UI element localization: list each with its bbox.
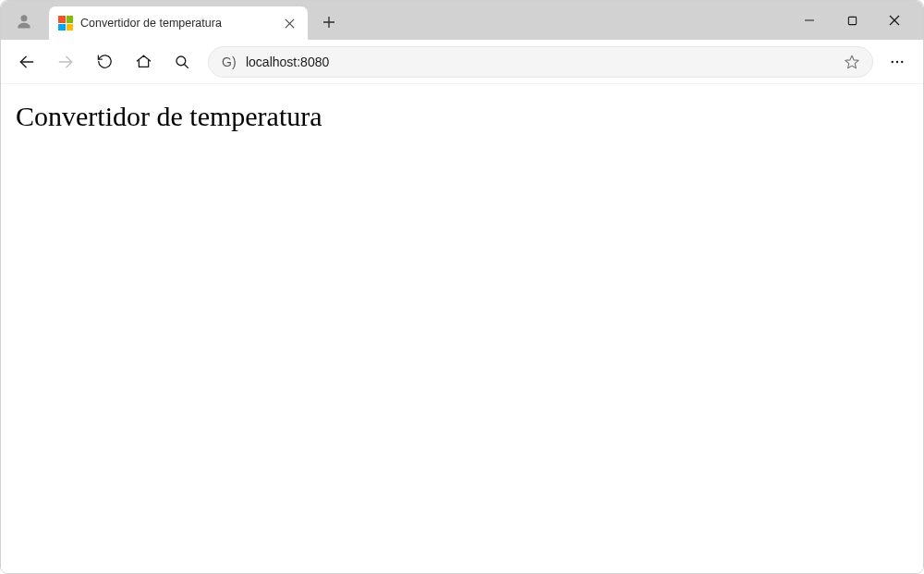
svg-point-0 bbox=[21, 15, 28, 21]
svg-point-15 bbox=[896, 60, 898, 62]
address-bar[interactable]: G) localhost:8080 bbox=[208, 46, 873, 78]
window-controls bbox=[788, 1, 916, 40]
home-icon bbox=[135, 53, 152, 70]
page-content: Convertidor de temperatura bbox=[1, 84, 923, 574]
profile-icon bbox=[15, 12, 33, 31]
window-close-button[interactable] bbox=[873, 1, 916, 40]
more-horizontal-icon bbox=[889, 54, 906, 70]
tab-title: Convertidor de temperatura bbox=[80, 17, 273, 30]
search-icon bbox=[174, 54, 190, 70]
window-minimize-button[interactable] bbox=[788, 1, 831, 40]
svg-point-14 bbox=[892, 60, 894, 62]
minimize-icon bbox=[804, 15, 815, 26]
browser-tab[interactable]: Convertidor de temperatura bbox=[49, 6, 308, 40]
svg-marker-13 bbox=[845, 55, 858, 68]
plus-icon bbox=[322, 16, 335, 29]
browser-titlebar: Convertidor de temperatura bbox=[1, 1, 923, 40]
tab-close-button[interactable] bbox=[280, 14, 298, 32]
address-url[interactable]: localhost:8080 bbox=[246, 55, 830, 69]
address-prefix: G) bbox=[222, 55, 237, 69]
svg-point-16 bbox=[901, 60, 903, 62]
svg-rect-6 bbox=[848, 17, 856, 24]
window-maximize-button[interactable] bbox=[831, 1, 873, 40]
close-icon bbox=[889, 15, 900, 26]
arrow-left-icon bbox=[18, 53, 36, 71]
forward-button bbox=[47, 45, 84, 79]
more-options-button[interactable] bbox=[879, 45, 916, 79]
back-button[interactable] bbox=[8, 45, 45, 79]
star-icon bbox=[844, 54, 860, 70]
favicon-microsoft-icon bbox=[58, 16, 73, 31]
favorite-button[interactable] bbox=[839, 49, 865, 75]
arrow-right-icon bbox=[56, 53, 75, 71]
browser-toolbar: G) localhost:8080 bbox=[1, 40, 923, 84]
maximize-icon bbox=[847, 16, 857, 26]
refresh-button[interactable] bbox=[86, 45, 123, 79]
home-button[interactable] bbox=[125, 45, 162, 79]
close-icon bbox=[285, 18, 295, 29]
svg-line-12 bbox=[184, 64, 188, 67]
refresh-icon bbox=[96, 53, 114, 70]
profile-button[interactable] bbox=[6, 3, 42, 40]
page-heading: Convertidor de temperatura bbox=[16, 101, 908, 132]
new-tab-button[interactable] bbox=[313, 6, 345, 38]
search-button[interactable] bbox=[164, 45, 201, 79]
